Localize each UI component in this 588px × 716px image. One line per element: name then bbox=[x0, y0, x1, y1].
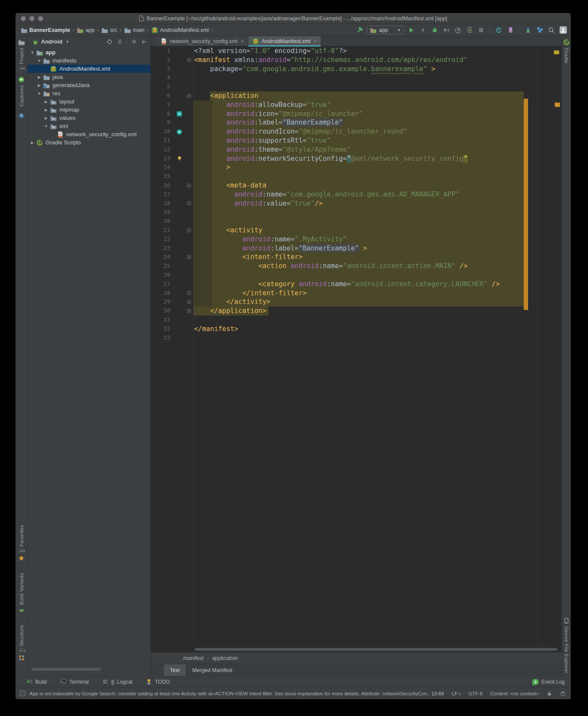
chevron-right-icon[interactable]: ▶ bbox=[29, 141, 35, 145]
project-structure-icon[interactable] bbox=[535, 26, 544, 34]
profiler-gauge-icon[interactable] bbox=[454, 26, 462, 34]
editor-tab-network-security-config-xml[interactable]: <>network_security_config.xml× bbox=[156, 36, 248, 46]
tool-button-todo[interactable]: TODO bbox=[145, 678, 169, 685]
error-stripe[interactable] bbox=[538, 47, 562, 647]
lock-icon[interactable] bbox=[547, 691, 552, 696]
tree-item-generatedjava[interactable]: ▶ generatedJava bbox=[28, 81, 150, 89]
view-tab-merged-manifest[interactable]: Merged Manifest bbox=[186, 664, 239, 676]
intention-bulb-icon[interactable] bbox=[176, 155, 183, 162]
debug-button[interactable] bbox=[430, 26, 439, 34]
tree-item-values[interactable]: ▶ values bbox=[28, 114, 150, 122]
breadcrumb-item-androidmanifest-xml[interactable]: AndroidManifest.xml bbox=[150, 26, 210, 34]
tree-item-androidmanifest-xml[interactable]: AndroidManifest.xml bbox=[28, 65, 150, 73]
tool-stripe-clock-tool[interactable] bbox=[18, 113, 25, 119]
chevron-down-icon[interactable]: ▼ bbox=[36, 59, 42, 63]
close-window-button[interactable] bbox=[21, 16, 26, 21]
breadcrumb-manifest[interactable]: manifest bbox=[183, 655, 203, 661]
fold-marker[interactable] bbox=[187, 291, 191, 295]
minimize-window-button[interactable] bbox=[29, 16, 34, 21]
chevron-right-icon[interactable]: ▶ bbox=[36, 83, 42, 88]
project-view-selector[interactable]: Android▼ bbox=[32, 38, 69, 45]
tree-item-network-security-config-xml[interactable]: <> network_security_config.xml bbox=[28, 130, 150, 138]
fold-marker[interactable] bbox=[187, 184, 191, 188]
breadcrumb-item-main[interactable]: main bbox=[123, 26, 145, 34]
right-tool-stripe: GradleDevice File Explorer bbox=[562, 36, 571, 676]
tree-item-app[interactable]: ▼ app bbox=[28, 48, 150, 56]
apply-changes-icon[interactable] bbox=[419, 26, 427, 34]
tool-button-build[interactable]: 0110Build bbox=[26, 678, 47, 685]
breadcrumb-item-bannerexample[interactable]: BannerExample bbox=[20, 26, 71, 34]
run-button[interactable] bbox=[407, 26, 416, 34]
tree-item-res[interactable]: ▼ res bbox=[28, 89, 150, 97]
tool-button-logcat[interactable]: 6: Logcat bbox=[102, 678, 132, 685]
stop-button[interactable] bbox=[477, 26, 485, 34]
device-phone-icon bbox=[563, 617, 570, 624]
chevron-right-icon[interactable]: ▶ bbox=[43, 108, 49, 112]
fold-marker[interactable] bbox=[187, 309, 191, 313]
highlighting-level-icon[interactable] bbox=[560, 691, 566, 696]
profile-avatar-icon[interactable] bbox=[559, 26, 567, 34]
tool-stripe-captures[interactable]: Captures bbox=[18, 76, 25, 106]
android-round-gutter-icon[interactable] bbox=[176, 128, 183, 135]
fold-marker[interactable] bbox=[187, 201, 191, 205]
caret-position[interactable]: 13:69 bbox=[432, 691, 444, 696]
run-configuration-selector[interactable]: app▼ bbox=[367, 25, 404, 34]
locate-file-icon[interactable] bbox=[106, 38, 113, 45]
line-ending-selector[interactable]: LF⇅ bbox=[452, 691, 461, 696]
view-tab-text[interactable]: Text bbox=[164, 664, 186, 676]
tool-stripe--favorites[interactable]: 2: Favorites bbox=[18, 525, 25, 562]
breadcrumb-item-app[interactable]: app bbox=[76, 26, 95, 34]
tree-item-gradle-scripts[interactable]: ▶ Gradle Scripts bbox=[28, 138, 150, 147]
editor-tab-androidmanifest-xml[interactable]: AndroidManifest.xml× bbox=[248, 36, 321, 46]
fold-marker[interactable] bbox=[187, 228, 191, 232]
sdk-manager-icon[interactable] bbox=[524, 26, 532, 34]
tree-item-java[interactable]: ▶ java bbox=[28, 73, 150, 81]
chevron-down-icon[interactable]: ▼ bbox=[43, 124, 49, 128]
tree-item-layout[interactable]: ▶ layout bbox=[28, 97, 150, 106]
close-icon[interactable]: × bbox=[241, 38, 244, 44]
tool-stripe-gradle[interactable]: Gradle bbox=[563, 39, 570, 63]
code-line: 31 bbox=[151, 316, 562, 325]
project-tree[interactable]: ▼ app▼ manifests AndroidManifest.xml▶ ja… bbox=[28, 47, 150, 676]
hide-panel-icon[interactable] bbox=[141, 38, 148, 45]
code-editor[interactable]: 1<?xml version="1.0" encoding="utf-8"?>2… bbox=[151, 47, 562, 647]
event-log-button[interactable]: 2Event Log bbox=[532, 679, 565, 685]
chevron-right-icon[interactable]: ▶ bbox=[36, 75, 42, 79]
highlight-stripe-marker[interactable] bbox=[555, 103, 560, 107]
tool-stripe--structure[interactable]: 7: Structure bbox=[18, 625, 25, 661]
tree-item-xml[interactable]: ▼ xml bbox=[28, 122, 150, 130]
tool-stripe-device-file-explorer[interactable]: Device File Explorer bbox=[563, 617, 570, 673]
collapse-all-icon[interactable] bbox=[116, 38, 123, 45]
avd-manager-icon[interactable] bbox=[506, 26, 515, 34]
tool-button-terminal[interactable]: Terminal bbox=[60, 678, 89, 685]
build-hammer-icon[interactable] bbox=[355, 26, 364, 34]
chevron-right-icon[interactable]: ▶ bbox=[43, 100, 49, 104]
tool-stripe-project[interactable]: 1: Project bbox=[18, 39, 25, 70]
tree-item-mipmap[interactable]: ▶ mipmap bbox=[28, 106, 150, 114]
context-selector[interactable]: Context: <no context> bbox=[490, 691, 539, 696]
breadcrumb-application[interactable]: application bbox=[212, 655, 238, 661]
fold-marker[interactable] bbox=[187, 58, 191, 62]
search-everywhere-icon[interactable] bbox=[547, 26, 556, 34]
profile-button[interactable] bbox=[442, 26, 450, 34]
warning-stripe-marker[interactable] bbox=[554, 50, 559, 54]
close-icon[interactable]: × bbox=[314, 38, 317, 44]
tool-stripe-build-variants[interactable]: Build Variants bbox=[18, 573, 25, 614]
breadcrumb-item-src[interactable]: src bbox=[100, 26, 118, 34]
chevron-right-icon[interactable]: ▶ bbox=[43, 116, 49, 120]
project-horizontal-scrollbar[interactable] bbox=[32, 668, 101, 671]
chevron-down-icon[interactable]: ▼ bbox=[36, 91, 42, 96]
gradle-sync-icon[interactable] bbox=[494, 26, 503, 34]
zoom-window-button[interactable] bbox=[38, 16, 43, 21]
tree-item-manifests[interactable]: ▼ manifests bbox=[28, 56, 150, 65]
attach-debugger-icon[interactable] bbox=[465, 26, 474, 34]
settings-gear-icon[interactable] bbox=[131, 38, 138, 45]
android-square-gutter-icon[interactable] bbox=[176, 110, 183, 117]
fold-marker[interactable] bbox=[187, 255, 191, 259]
encoding-selector[interactable]: UTF-8 bbox=[469, 691, 483, 696]
editor-horizontal-scrollbar[interactable] bbox=[195, 648, 557, 651]
fold-marker[interactable] bbox=[187, 300, 191, 304]
chevron-down-icon[interactable]: ▼ bbox=[29, 50, 35, 55]
fold-marker[interactable] bbox=[187, 94, 191, 98]
toolwindow-toggle-icon[interactable] bbox=[20, 691, 25, 696]
